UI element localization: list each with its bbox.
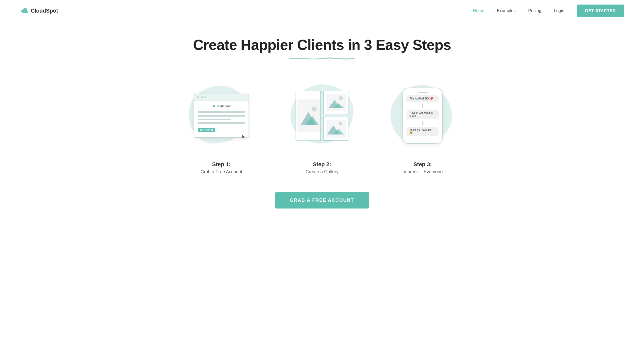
dot-3 [204, 96, 206, 98]
step-3-illustration: This is AMAZING! ❤️ I love it! Can't wai… [385, 78, 460, 154]
browser-content: CloudSpot GET STARTED [194, 100, 249, 137]
mountain-icon-small-top [326, 94, 346, 111]
nav-home[interactable]: Home [473, 8, 484, 13]
form-line-3 [198, 119, 231, 120]
navbar: CloudSpot Home Examples Pricing Login GE… [0, 0, 644, 22]
nav-get-started-button[interactable]: GET STARTED [577, 5, 624, 17]
chat-bubble-3: Thank you so much! 😊 [407, 127, 439, 136]
form-line-1 [198, 111, 245, 113]
form-btn-text: GET STARTED [200, 129, 213, 131]
form-line-4 [198, 122, 245, 124]
step-3-label: Step 3: Impress... Everyone [403, 161, 443, 175]
cursor-icon [242, 134, 246, 141]
dot-1 [197, 96, 199, 98]
nav-pricing[interactable]: Pricing [528, 8, 541, 13]
step-3-desc: Impress... Everyone [403, 169, 443, 175]
phone-mockup: This is AMAZING! ❤️ I love it! Can't wai… [403, 88, 443, 144]
title-underline [289, 56, 355, 58]
step-1-card: CloudSpot GET STARTED Step 1: [181, 78, 262, 175]
form-cta-btn: GET STARTED [198, 128, 215, 132]
step-3-title: Step 3: [403, 161, 443, 168]
photo-small-bottom [323, 117, 348, 141]
mountain-icon-small-bottom [326, 120, 346, 137]
browser-logo: CloudSpot [198, 105, 245, 108]
chat-divider-2 [422, 121, 423, 125]
photo-large [296, 91, 321, 141]
nav-login[interactable]: Login [554, 8, 565, 13]
chat-bubble-2: I love it! Can't wait to share! [407, 110, 439, 119]
mountain-icon-large [297, 99, 320, 132]
step-1-illustration: CloudSpot GET STARTED [184, 78, 259, 154]
nav-examples[interactable]: Examples [497, 8, 516, 13]
cta-button[interactable]: GRAB A FREE ACCOUNT [275, 192, 369, 209]
svg-rect-8 [326, 120, 346, 137]
browser-logo-text: CloudSpot [217, 105, 231, 108]
hero-title: Create Happier Clients in 3 Easy Steps [10, 37, 634, 53]
logo-icon [20, 7, 28, 15]
step-2-illustration [284, 78, 360, 154]
step-2-card: Step 2: Create a Gallery [282, 78, 362, 175]
form-line-2 [198, 115, 245, 117]
nav-links: Home Examples Pricing Login GET STARTED [473, 5, 624, 17]
chat-divider-1 [422, 103, 423, 108]
svg-point-11 [339, 122, 342, 125]
browser-titlebar [194, 94, 249, 100]
step-1-desc: Grab a Free Account [200, 169, 242, 175]
step-2-desc: Create a Gallery [305, 169, 338, 175]
phone-speaker [418, 92, 428, 93]
svg-point-7 [339, 96, 343, 100]
step-1-title: Step 1: [200, 161, 242, 168]
step-2-title: Step 2: [305, 161, 338, 168]
svg-point-3 [312, 107, 317, 112]
step-3-card: This is AMAZING! ❤️ I love it! Can't wai… [382, 78, 463, 175]
browser-mockup: CloudSpot GET STARTED [194, 94, 249, 138]
cta-section: GRAB A FREE ACCOUNT [0, 185, 644, 224]
photo-small-top [323, 91, 348, 114]
chat-bubble-1: This is AMAZING! ❤️ [407, 95, 439, 102]
step-1-label: Step 1: Grab a Free Account [200, 161, 242, 175]
steps-container: CloudSpot GET STARTED Step 1: [0, 63, 644, 185]
logo-text: CloudSpot [31, 8, 58, 14]
gallery-mockup [296, 91, 348, 141]
dot-2 [201, 96, 203, 98]
step-2-label: Step 2: Create a Gallery [305, 161, 338, 175]
logo[interactable]: CloudSpot [20, 7, 58, 15]
browser-logo-icon [212, 105, 215, 108]
hero-section: Create Happier Clients in 3 Easy Steps [0, 22, 644, 63]
